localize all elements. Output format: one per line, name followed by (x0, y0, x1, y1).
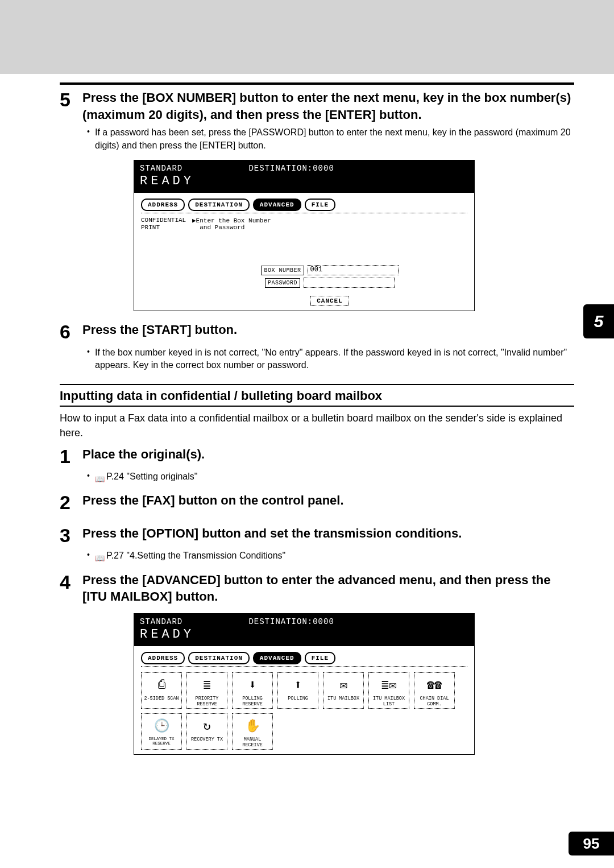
recovery-icon: ↻ (187, 715, 227, 737)
screen1-prompt: ▶Enter the Box Number and Password (192, 217, 467, 231)
screen2-standard: STANDARD (140, 617, 182, 626)
tab-advanced[interactable]: ADVANCED (253, 652, 301, 664)
adv-2sided-scan-button[interactable]: ⎙ 2-SIDED SCAN (141, 672, 182, 709)
step-title-2: Press the [FAX] button on the control pa… (82, 492, 344, 509)
document-duplex-icon: ⎙ (142, 674, 181, 696)
bullet-dot: • (87, 549, 95, 561)
adv-polling-reserve-button[interactable]: ⬇ POLLING RESERVE (232, 672, 273, 709)
screen1-standard: STANDARD (140, 164, 182, 173)
step-number-2: 2 (60, 492, 82, 513)
tab-file[interactable]: FILE (305, 652, 335, 664)
box-number-input[interactable]: 001 (308, 265, 399, 275)
divider (60, 406, 574, 407)
page-header-grey (0, 0, 614, 74)
screen1-destination: DESTINATION:0000 (248, 164, 334, 173)
lcd-screenshot-1: STANDARD DESTINATION:0000 READY ADDRESS … (134, 160, 475, 311)
lcd-screenshot-2: STANDARD DESTINATION:0000 READY ADDRESS … (134, 613, 475, 755)
step-number-3: 3 (60, 525, 82, 546)
bullet-dot: • (87, 346, 95, 358)
divider (60, 384, 574, 385)
tab-address[interactable]: ADDRESS (141, 652, 185, 664)
screen2-ready: READY (140, 627, 468, 642)
bullet-dot: • (87, 126, 95, 138)
screen1-ready: READY (140, 174, 468, 188)
step-title-6: Press the [START] button. (82, 321, 237, 338)
step-title-4: Press the [ADVANCED] button to enter the… (82, 572, 574, 605)
adv-manual-receive-button[interactable]: ✋ MANUAL RECEIVE (232, 713, 273, 750)
tab-address[interactable]: ADDRESS (141, 199, 185, 211)
book-icon: 📖 (95, 553, 104, 560)
step1-ref: 📖P.24 "Setting originals" (95, 470, 574, 483)
adv-priority-reserve-button[interactable]: ≣ PRIORITY RESERVE (186, 672, 227, 709)
screen2-destination: DESTINATION:0000 (248, 617, 334, 626)
step-number-5: 5 (60, 89, 82, 110)
tab-advanced[interactable]: ADVANCED (253, 199, 301, 211)
adv-itu-mailbox-button[interactable]: ✉ ITU MAILBOX (323, 672, 364, 709)
tray-down-icon: ⬇ (233, 674, 272, 696)
subsection-heading: Inputting data in confidential / bulleti… (60, 388, 574, 403)
adv-chain-dial-button[interactable]: ☎☎ CHAIN DIAL COMM. (414, 672, 455, 709)
step-title-1: Place the original(s). (82, 446, 205, 463)
step-number-1: 1 (60, 446, 82, 467)
tab-file[interactable]: FILE (305, 199, 335, 211)
step-title-3: Press the [OPTION] button and set the tr… (82, 525, 462, 542)
hand-icon: ✋ (233, 715, 272, 737)
step-number-6: 6 (60, 321, 82, 342)
list-icon: ≣ (187, 674, 227, 696)
adv-delayed-tx-button[interactable]: 🕒 DELAYED TXRESERVE (141, 713, 182, 750)
adv-itu-mailbox-list-button[interactable]: ≣✉ ITU MAILBOX LIST (368, 672, 409, 709)
divider (60, 82, 574, 85)
clock-icon: 🕒 (142, 715, 181, 737)
step3-ref: 📖P.27 "4.Setting the Transmission Condit… (95, 549, 574, 562)
step5-note: If a password has been set, press the [P… (95, 126, 574, 152)
chapter-tab: 5 (583, 304, 614, 338)
step6-note: If the box number keyed in is not correc… (95, 346, 574, 372)
box-number-button[interactable]: BOX NUMBER (261, 266, 304, 275)
tab-destination[interactable]: DESTINATION (188, 652, 250, 664)
cancel-button[interactable]: CANCEL (310, 296, 349, 306)
tab-destination[interactable]: DESTINATION (188, 199, 250, 211)
mailbox-list-icon: ≣✉ (369, 674, 409, 696)
book-icon: 📖 (95, 474, 104, 481)
subsection-intro: How to input a Fax data into a confident… (60, 411, 574, 440)
screen1-sidebar: CONFIDENTIAL PRINT (141, 217, 192, 306)
chain-icon: ☎☎ (414, 674, 454, 696)
password-input[interactable] (304, 278, 395, 288)
mailbox-icon: ✉ (323, 674, 363, 696)
bullet-dot: • (87, 470, 95, 482)
adv-recovery-tx-button[interactable]: ↻ RECOVERY TX (186, 713, 227, 750)
page-number: 95 (569, 832, 614, 855)
adv-polling-button[interactable]: ⬆ POLLING (277, 672, 318, 709)
step-number-4: 4 (60, 572, 82, 593)
password-button[interactable]: PASSWORD (265, 278, 300, 288)
step-title-5: Press the [BOX NUMBER] button to enter t… (82, 89, 574, 123)
tray-icon: ⬆ (278, 674, 318, 696)
